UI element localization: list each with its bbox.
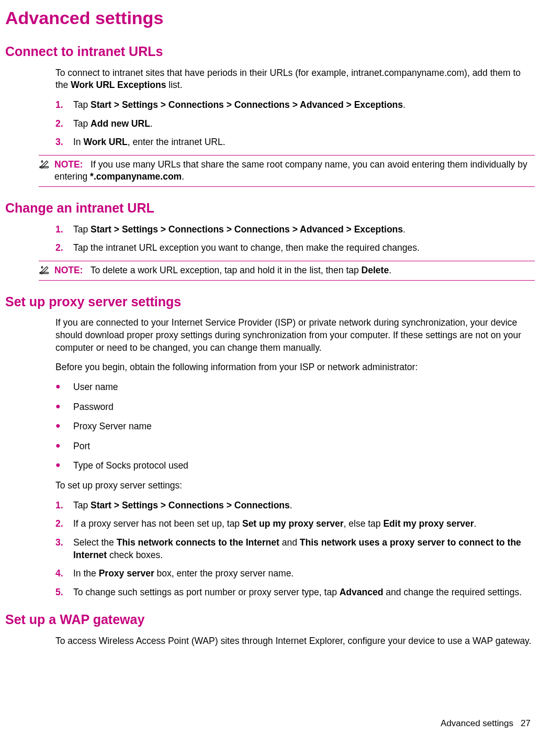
- text: , enter the intranet URL.: [128, 137, 226, 147]
- list-item: ●Proxy Server name: [5, 420, 535, 433]
- text: User name: [73, 381, 535, 394]
- list-item: 1.Tap Start > Settings > Connections > C…: [5, 499, 535, 512]
- text: and: [279, 537, 300, 548]
- text: In the: [73, 568, 99, 579]
- note-block: NOTE: If you use many URLs that share th…: [39, 155, 535, 187]
- note-label: NOTE:: [54, 159, 83, 170]
- heading-wap: Set up a WAP gateway: [5, 611, 535, 629]
- step-marker: 1.: [55, 499, 73, 512]
- list-item: 2.Tap the intranet URL exception you wan…: [5, 242, 535, 254]
- text: .: [474, 518, 477, 529]
- bullet-icon: ●: [55, 381, 73, 394]
- text: In: [73, 137, 83, 147]
- list-item: 1.Tap Start > Settings > Connections > C…: [5, 99, 535, 112]
- text-bold: Work URL Exceptions: [71, 80, 166, 90]
- note-text: NOTE: If you use many URLs that share th…: [54, 159, 535, 183]
- bullet-icon: ●: [55, 401, 73, 414]
- text: box, enter the proxy server name.: [154, 568, 294, 579]
- text-bold: Start > Settings > Connections > Connect…: [91, 99, 403, 110]
- note-icon: [39, 264, 50, 277]
- text-bold: Edit my proxy server: [383, 518, 474, 529]
- list-item: 3.Select the This network connects to th…: [5, 537, 535, 561]
- text: check boxes.: [107, 550, 163, 560]
- list-item: ●Password: [5, 401, 535, 414]
- text-bold: Add new URL: [91, 118, 150, 129]
- step-marker: 1.: [55, 224, 73, 236]
- text: Proxy Server name: [73, 420, 535, 433]
- heading-change: Change an intranet URL: [5, 199, 535, 217]
- step-body: Tap Start > Settings > Connections > Con…: [73, 499, 535, 512]
- text: Select the: [73, 537, 117, 548]
- list-item: 3.In Work URL, enter the intranet URL.: [5, 136, 535, 149]
- text-bold: Work URL: [83, 137, 127, 147]
- text: .: [290, 500, 292, 510]
- note-text: NOTE: To delete a work URL exception, ta…: [54, 264, 535, 277]
- proxy-intro3: To set up proxy server settings:: [55, 480, 535, 492]
- note-icon: [39, 159, 50, 183]
- proxy-bullets: ●User name ●Password ●Proxy Server name …: [5, 381, 535, 472]
- text: If a proxy server has not been set up, t…: [73, 518, 242, 529]
- text: Tap: [73, 224, 91, 235]
- note-label: NOTE:: [54, 265, 83, 275]
- footer-label: Advanced settings: [441, 718, 513, 728]
- text-bold: Start > Settings > Connections > Connect…: [91, 224, 403, 235]
- text-bold: This network connects to the Internet: [117, 537, 279, 548]
- list-item: ●User name: [5, 381, 535, 394]
- step-marker: 1.: [55, 99, 73, 112]
- proxy-intro2: Before you begin, obtain the following i…: [55, 361, 535, 374]
- text: and change the required settings.: [383, 587, 522, 597]
- wap-intro: To access Wireless Access Point (WAP) si…: [55, 635, 535, 648]
- page-footer: Advanced settings 27: [441, 718, 531, 730]
- text-bold: Set up my proxy server: [242, 518, 344, 529]
- step-marker: 4.: [55, 568, 73, 580]
- step-marker: 5.: [55, 586, 73, 599]
- step-body: Select the This network connects to the …: [73, 537, 535, 561]
- text: .: [182, 171, 184, 182]
- text: .: [150, 118, 153, 129]
- text: Type of Socks protocol used: [73, 460, 535, 472]
- heading-proxy: Set up proxy server settings: [5, 293, 535, 311]
- text: Tap: [73, 118, 91, 129]
- text-bold: *.companyname.com: [90, 171, 182, 182]
- connect-steps: 1.Tap Start > Settings > Connections > C…: [5, 99, 535, 149]
- step-marker: 3.: [55, 537, 73, 561]
- text: Tap: [73, 500, 91, 510]
- text: Tap: [73, 99, 91, 110]
- step-body: If a proxy server has not been set up, t…: [73, 518, 535, 530]
- step-marker: 2.: [55, 518, 73, 530]
- text-bold: Delete: [362, 265, 389, 275]
- text: Password: [73, 401, 535, 414]
- text: Port: [73, 440, 535, 453]
- page-title: Advanced settings: [5, 6, 535, 30]
- list-item: 2.If a proxy server has not been set up,…: [5, 518, 535, 530]
- heading-connect: Connect to intranet URLs: [5, 43, 535, 61]
- connect-intro: To connect to intranet sites that have p…: [55, 67, 535, 92]
- proxy-intro1: If you are connected to your Internet Se…: [55, 317, 535, 354]
- step-body: Tap Add new URL.: [73, 118, 535, 130]
- text-bold: Start > Settings > Connections > Connect…: [91, 500, 290, 510]
- list-item: 5.To change such settings as port number…: [5, 586, 535, 599]
- text: To delete a work URL exception, tap and …: [91, 265, 362, 275]
- text: .: [403, 99, 406, 110]
- list-item: 1.Tap Start > Settings > Connections > C…: [5, 224, 535, 236]
- text-bold: Proxy server: [99, 568, 154, 579]
- step-marker: 3.: [55, 136, 73, 149]
- bullet-icon: ●: [55, 460, 73, 472]
- note-block: NOTE: To delete a work URL exception, ta…: [39, 261, 535, 281]
- text: .: [389, 265, 391, 275]
- step-body: To change such settings as port number o…: [73, 586, 535, 599]
- step-body: Tap Start > Settings > Connections > Con…: [73, 99, 535, 112]
- text: To change such settings as port number o…: [73, 587, 340, 597]
- text-bold: Advanced: [340, 587, 384, 597]
- change-steps: 1.Tap Start > Settings > Connections > C…: [5, 224, 535, 254]
- text: list.: [166, 80, 182, 90]
- step-body: In the Proxy server box, enter the proxy…: [73, 568, 535, 580]
- bullet-icon: ●: [55, 440, 73, 453]
- step-body: In Work URL, enter the intranet URL.: [73, 136, 535, 149]
- list-item: 4.In the Proxy server box, enter the pro…: [5, 568, 535, 580]
- page-number: 27: [521, 718, 531, 728]
- step-marker: 2.: [55, 118, 73, 130]
- text: .: [403, 224, 406, 235]
- text: , else tap: [344, 518, 384, 529]
- step-body: Tap the intranet URL exception you want …: [73, 242, 535, 254]
